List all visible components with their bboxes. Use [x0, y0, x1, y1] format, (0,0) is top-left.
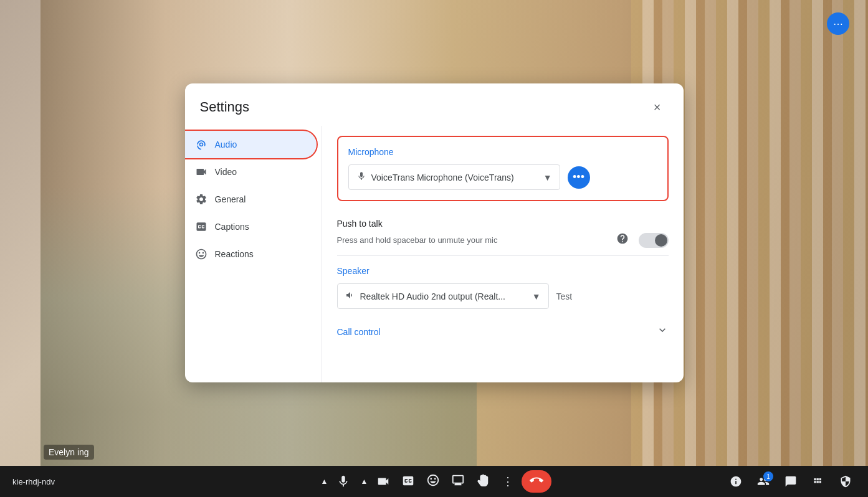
- toggle-knob: [655, 234, 667, 247]
- modal-header: Settings ×: [185, 83, 684, 126]
- microphone-more-icon: •••: [573, 171, 584, 184]
- video-icon: [195, 166, 207, 178]
- nav-label-general: General: [215, 194, 246, 204]
- call-control-section: Call control: [337, 319, 669, 344]
- close-button[interactable]: ×: [646, 96, 669, 118]
- push-to-talk-description: Press and hold spacebar to unmute your m…: [337, 235, 606, 245]
- microphone-icon: [336, 475, 350, 488]
- meeting-code: kie-rhdj-ndv: [12, 477, 55, 486]
- nav-item-video[interactable]: Video: [185, 158, 317, 186]
- mic-group: ▲: [317, 470, 355, 493]
- toolbar: kie-rhdj-ndv ▲ ▲: [0, 466, 868, 497]
- end-call-icon: [530, 473, 543, 490]
- nav-label-captions: Captions: [215, 222, 249, 232]
- speaker-device-text: Realtek HD Audio 2nd output (Realt...: [360, 291, 527, 301]
- info-button[interactable]: [726, 471, 746, 491]
- microphone-select-row: VoiceTrans Microphone (VoiceTrans) ▼ •••: [348, 164, 657, 190]
- speaker-chevron-icon: ▼: [532, 291, 541, 301]
- modal-title: Settings: [200, 99, 250, 115]
- emoji-icon: [195, 248, 207, 260]
- audio-icon: [195, 138, 207, 151]
- camera-button[interactable]: [372, 470, 394, 493]
- reactions-toolbar-icon: [426, 473, 440, 490]
- shield-button[interactable]: [836, 471, 856, 491]
- activities-button[interactable]: [808, 471, 828, 491]
- toolbar-left: kie-rhdj-ndv: [12, 477, 55, 486]
- reactions-toolbar-button[interactable]: [422, 470, 444, 493]
- speaker-section: Speaker Realtek HD Audio 2nd output (Rea…: [337, 266, 669, 309]
- present-button[interactable]: [447, 470, 469, 493]
- mic-button[interactable]: [332, 470, 355, 493]
- nav-item-captions[interactable]: Captions: [185, 213, 317, 240]
- speaker-select-row: Realtek HD Audio 2nd output (Realt... ▼ …: [337, 283, 669, 309]
- speaker-select[interactable]: Realtek HD Audio 2nd output (Realt... ▼: [337, 283, 549, 309]
- gear-icon: [195, 193, 207, 206]
- call-control-chevron-icon[interactable]: [656, 324, 669, 339]
- present-icon: [451, 473, 465, 490]
- modal-overlay: Settings × Audio: [0, 0, 868, 466]
- push-to-talk-title: Push to talk: [337, 219, 669, 229]
- info-icon: [730, 475, 742, 488]
- captions-icon: [195, 220, 207, 233]
- nav-item-audio[interactable]: Audio: [185, 131, 317, 158]
- push-to-talk-desc-row: Press and hold spacebar to unmute your m…: [337, 232, 669, 248]
- microphone-device-text: VoiceTrans Microphone (VoiceTrans): [371, 173, 538, 182]
- modal-body: Audio Video: [185, 126, 684, 382]
- captions-toolbar-icon: [401, 474, 415, 490]
- end-call-button[interactable]: [522, 470, 551, 493]
- nav-label-reactions: Reactions: [215, 249, 254, 259]
- microphone-chevron-icon: ▼: [543, 173, 552, 182]
- microphone-select[interactable]: VoiceTrans Microphone (VoiceTrans) ▼: [348, 164, 560, 190]
- push-to-talk-toggle[interactable]: [639, 233, 669, 248]
- toolbar-right: 1: [726, 471, 856, 491]
- captions-button[interactable]: [397, 470, 419, 493]
- more-options-icon: ⋮: [502, 475, 513, 488]
- raise-hand-icon: [476, 473, 490, 490]
- camera-icon: [376, 475, 390, 488]
- people-badge: 1: [763, 471, 773, 481]
- close-icon: ×: [654, 100, 661, 115]
- microphone-label: Microphone: [348, 147, 657, 157]
- mic-up-button[interactable]: ▲: [317, 470, 332, 493]
- settings-nav: Audio Video: [185, 126, 322, 382]
- chat-icon: [785, 475, 797, 488]
- people-button[interactable]: 1: [753, 471, 773, 491]
- mic-small-icon: [356, 171, 366, 183]
- nav-item-reactions[interactable]: Reactions: [185, 240, 317, 268]
- nav-item-general[interactable]: General: [185, 186, 317, 213]
- more-options-button[interactable]: ⋮: [497, 470, 519, 493]
- microphone-section: Microphone VoiceTrans Microphone (VoiceT…: [337, 136, 669, 201]
- raise-hand-button[interactable]: [472, 470, 494, 493]
- camera-up-icon: ▲: [361, 477, 368, 486]
- speaker-test-button[interactable]: Test: [556, 291, 573, 301]
- call-control-label[interactable]: Call control: [337, 327, 381, 337]
- nav-label-video: Video: [215, 167, 237, 177]
- shield-icon: [839, 475, 852, 488]
- settings-modal: Settings × Audio: [185, 83, 684, 382]
- microphone-more-button[interactable]: •••: [568, 166, 590, 189]
- push-to-talk-section: Push to talk Press and hold spacebar to …: [337, 211, 669, 256]
- nav-label-audio: Audio: [215, 140, 237, 149]
- speaker-label: Speaker: [337, 266, 669, 276]
- activities-icon: [812, 475, 824, 488]
- toolbar-center: ▲ ▲: [317, 470, 551, 493]
- speaker-small-icon: [345, 290, 355, 302]
- settings-content: Microphone VoiceTrans Microphone (VoiceT…: [322, 126, 684, 382]
- mic-up-icon: ▲: [321, 477, 328, 486]
- chat-button[interactable]: [781, 471, 801, 491]
- camera-up-button[interactable]: ▲: [357, 470, 372, 493]
- camera-group: ▲: [357, 470, 394, 493]
- help-icon[interactable]: [616, 232, 629, 248]
